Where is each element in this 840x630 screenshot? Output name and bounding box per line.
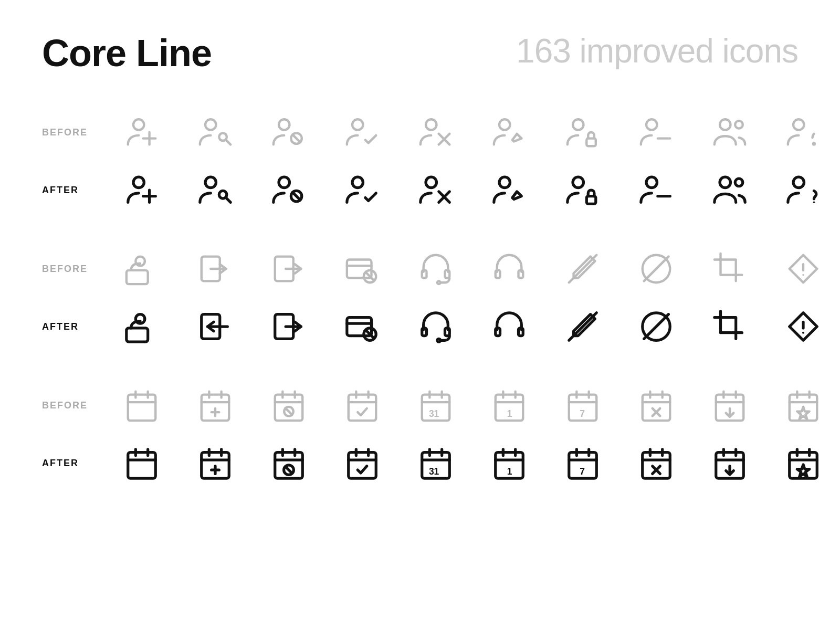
icons-ui-before bbox=[105, 243, 840, 295]
svg-rect-64 bbox=[127, 328, 148, 342]
svg-rect-74 bbox=[422, 328, 427, 336]
svg-point-18 bbox=[720, 119, 730, 130]
svg-rect-100 bbox=[349, 395, 376, 421]
icon-user-x-after bbox=[399, 164, 472, 216]
svg-rect-84 bbox=[128, 395, 156, 421]
svg-point-3 bbox=[205, 119, 216, 130]
icons-calendar-before: 31 1 7 bbox=[105, 379, 840, 432]
label-after-2: AFTER bbox=[42, 321, 105, 332]
icon-calendar-add-before bbox=[178, 379, 252, 432]
icon-crop-before bbox=[693, 243, 766, 295]
icon-headphone-before bbox=[472, 243, 546, 295]
svg-text:31: 31 bbox=[429, 408, 439, 419]
icon-user-plus-after bbox=[105, 164, 178, 216]
icon-users-before bbox=[693, 106, 766, 159]
svg-point-76 bbox=[437, 339, 440, 342]
svg-line-27 bbox=[226, 198, 230, 203]
icon-card-block-before bbox=[326, 243, 399, 295]
icon-login-before bbox=[178, 243, 252, 295]
icon-logout-before bbox=[252, 243, 326, 295]
page-title: Core Line bbox=[42, 32, 212, 75]
icon-calendar-check-after bbox=[326, 437, 399, 489]
icon-calendar-1-after: 1 bbox=[472, 437, 546, 489]
label-after-3: AFTER bbox=[42, 458, 105, 469]
icon-circle-slash-before bbox=[620, 243, 693, 295]
svg-point-63 bbox=[802, 274, 804, 276]
icon-user-screen-before bbox=[105, 243, 178, 295]
svg-point-10 bbox=[426, 119, 436, 130]
icon-user-edit-after bbox=[472, 164, 546, 216]
svg-point-28 bbox=[279, 177, 289, 187]
label-after-1: AFTER bbox=[42, 185, 105, 196]
icon-user-search-after bbox=[178, 164, 252, 216]
row-users-after: AFTER bbox=[42, 164, 798, 216]
icon-login-after bbox=[178, 300, 252, 353]
row-calendar-before: BEFORE bbox=[42, 379, 798, 432]
icon-users-after bbox=[693, 164, 766, 216]
svg-rect-77 bbox=[496, 328, 500, 336]
svg-line-8 bbox=[292, 134, 300, 142]
svg-rect-78 bbox=[519, 328, 523, 336]
icon-user-x-before bbox=[399, 106, 472, 159]
icon-user-lock-after bbox=[546, 164, 620, 216]
icon-calendar-check-before bbox=[326, 379, 399, 432]
icon-diamond-warning-after bbox=[766, 300, 840, 353]
icons-users-after bbox=[105, 164, 840, 216]
icons-users-before bbox=[105, 106, 840, 159]
icon-user-question-after bbox=[766, 164, 840, 216]
svg-line-61 bbox=[644, 257, 669, 281]
svg-point-21 bbox=[813, 143, 815, 144]
row-users-before: BEFORE bbox=[42, 106, 798, 159]
svg-point-43 bbox=[813, 202, 815, 204]
icon-user-minus-before bbox=[620, 106, 693, 159]
icon-diamond-warning-before bbox=[766, 243, 840, 295]
svg-line-99 bbox=[286, 408, 292, 415]
svg-point-40 bbox=[720, 177, 730, 187]
svg-line-81 bbox=[644, 314, 669, 339]
icon-calendar-before bbox=[105, 379, 178, 432]
svg-point-13 bbox=[499, 119, 510, 130]
svg-point-32 bbox=[426, 177, 436, 187]
section-calendar: BEFORE bbox=[42, 379, 798, 489]
icon-user-question-before bbox=[766, 106, 840, 159]
svg-rect-170 bbox=[643, 453, 670, 479]
svg-point-56 bbox=[437, 281, 440, 284]
icon-circle-slash-after bbox=[620, 300, 693, 353]
svg-point-22 bbox=[133, 177, 144, 187]
icon-calendar-add-after bbox=[178, 437, 252, 489]
icon-logout-after bbox=[252, 300, 326, 353]
icons-calendar-after: 31 1 7 bbox=[105, 437, 840, 489]
icon-user-block-before bbox=[252, 106, 326, 159]
svg-point-36 bbox=[573, 177, 583, 187]
icon-headphone-after bbox=[472, 300, 546, 353]
icon-user-minus-after bbox=[620, 164, 693, 216]
svg-line-59 bbox=[569, 255, 597, 283]
icon-card-block-after bbox=[326, 300, 399, 353]
icon-calendar-31-after: 31 bbox=[399, 437, 472, 489]
svg-point-19 bbox=[735, 121, 743, 129]
svg-line-150 bbox=[286, 467, 292, 474]
svg-rect-15 bbox=[586, 139, 596, 146]
svg-text:7: 7 bbox=[580, 408, 585, 419]
svg-point-83 bbox=[802, 332, 804, 334]
svg-point-35 bbox=[499, 177, 510, 187]
svg-point-9 bbox=[352, 119, 363, 130]
row-calendar-after: AFTER bbox=[42, 437, 798, 489]
section-users: BEFORE bbox=[42, 106, 798, 216]
icon-user-edit-before bbox=[472, 106, 546, 159]
page-subtitle: 163 improved icons bbox=[516, 32, 798, 70]
svg-point-20 bbox=[793, 119, 804, 130]
label-before-1: BEFORE bbox=[42, 127, 105, 138]
icon-calendar-star-before bbox=[766, 379, 840, 432]
icon-calendar-7-after: 7 bbox=[546, 437, 620, 489]
svg-line-79 bbox=[569, 313, 597, 341]
svg-point-41 bbox=[735, 178, 743, 186]
svg-rect-135 bbox=[128, 453, 156, 479]
svg-marker-134 bbox=[797, 407, 809, 419]
svg-rect-151 bbox=[349, 453, 376, 479]
label-before-2: BEFORE bbox=[42, 264, 105, 275]
section-ui: BEFORE bbox=[42, 243, 798, 353]
svg-text:7: 7 bbox=[580, 466, 585, 477]
icon-user-block-after bbox=[252, 164, 326, 216]
icon-crop-after bbox=[693, 300, 766, 353]
